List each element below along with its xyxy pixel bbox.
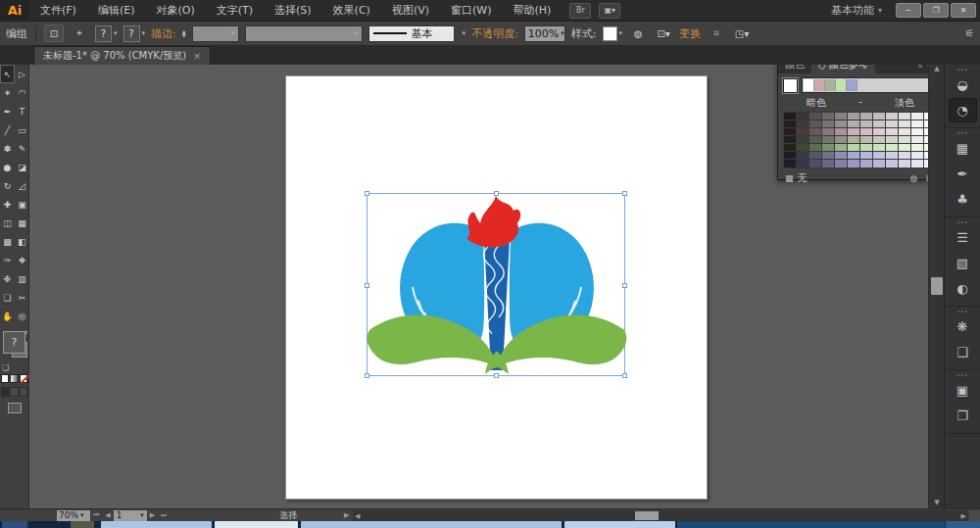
- harmony-swatch-2[interactable]: [825, 79, 836, 91]
- variation-swatch-4-7[interactable]: [873, 144, 886, 152]
- artboard-tool[interactable]: ❏: [0, 288, 15, 307]
- opacity-link[interactable]: 不透明度:: [471, 26, 518, 41]
- last-artboard-icon[interactable]: ⏭: [158, 511, 170, 519]
- recolor-artwork-icon[interactable]: ◍: [628, 24, 648, 42]
- horizontal-scroll-thumb[interactable]: [635, 511, 659, 520]
- fill-stroke-indicator[interactable]: ⇄ ? ❏: [0, 329, 28, 372]
- limit-color-group-icon[interactable]: ▦: [785, 173, 794, 183]
- variation-swatch-4-3[interactable]: [822, 144, 835, 152]
- selection-tool[interactable]: ↖: [0, 65, 15, 83]
- workspace-switcher[interactable]: 基本功能 ▾: [831, 3, 882, 18]
- bridge-icon[interactable]: Br: [569, 3, 591, 19]
- next-artboard-icon[interactable]: ▶: [147, 511, 158, 519]
- align-dropdown-icon[interactable]: ⊡▾: [654, 24, 673, 42]
- selection-handle-ne[interactable]: [622, 191, 627, 196]
- menu-item-1[interactable]: 编辑(E): [87, 0, 146, 22]
- menu-item-3[interactable]: 文字(T): [206, 0, 264, 22]
- variation-swatch-6-6[interactable]: [860, 160, 873, 168]
- artboard[interactable]: [285, 75, 708, 500]
- taskbar-item-6[interactable]: [677, 521, 945, 528]
- selection-handle-s[interactable]: [494, 373, 499, 378]
- menu-item-0[interactable]: 文件(F): [29, 0, 87, 22]
- selection-handle-nw[interactable]: [365, 191, 369, 196]
- magic-wand-tool[interactable]: ✶: [0, 83, 15, 102]
- lasso-tool[interactable]: ◠: [15, 83, 29, 102]
- dock-grip[interactable]: [945, 219, 980, 224]
- close-button[interactable]: ✕: [951, 3, 976, 18]
- zoom-tool[interactable]: ◎: [15, 307, 29, 325]
- harmony-swatch-1[interactable]: [814, 79, 825, 91]
- taskbar-item-2[interactable]: [101, 521, 212, 528]
- eyedropper-tool[interactable]: ✑: [0, 251, 15, 269]
- line-segment-tool[interactable]: ╱: [0, 120, 15, 139]
- screen-mode-button[interactable]: [8, 403, 22, 413]
- transparency-panel-icon[interactable]: ◐: [949, 276, 977, 301]
- variation-swatch-5-5[interactable]: [848, 152, 860, 160]
- edit-colors-icon[interactable]: ◍: [910, 173, 918, 183]
- fill-indicator[interactable]: ?: [3, 331, 25, 354]
- taskbar-item-1[interactable]: [71, 521, 94, 528]
- variation-swatch-5-7[interactable]: [873, 152, 886, 160]
- document-tab[interactable]: 未标题-1* @ 70% (CMYK/预览) ×: [33, 46, 211, 65]
- variation-swatch-1-1[interactable]: [797, 120, 809, 128]
- scroll-down-icon[interactable]: ▼: [929, 499, 945, 508]
- variation-swatch-5-2[interactable]: [809, 152, 822, 160]
- variation-swatch-0-2[interactable]: [809, 113, 822, 120]
- dock-grip[interactable]: [945, 309, 980, 313]
- gradient-tool[interactable]: ◧: [15, 232, 29, 251]
- variation-swatch-4-5[interactable]: [848, 144, 860, 152]
- variation-swatch-4-10[interactable]: [911, 144, 924, 152]
- symbol-sprayer-tool[interactable]: ❉: [0, 269, 15, 288]
- scroll-up-icon[interactable]: ▲: [929, 65, 945, 74]
- status-flyout-icon[interactable]: ▶: [341, 511, 352, 519]
- selection-handle-n[interactable]: [494, 191, 499, 196]
- variation-swatch-2-3[interactable]: [822, 128, 835, 136]
- variation-swatch-6-1[interactable]: [797, 160, 809, 168]
- dock-grip[interactable]: [945, 372, 980, 377]
- selection-bounding-box[interactable]: [367, 193, 625, 376]
- minimize-button[interactable]: ─: [896, 3, 921, 18]
- menu-item-7[interactable]: 窗口(W): [440, 0, 502, 22]
- variable-width-profile-dropdown[interactable]: 基本: [368, 25, 455, 42]
- logo-artwork[interactable]: [368, 194, 624, 375]
- variation-swatch-3-4[interactable]: [835, 136, 848, 144]
- variation-swatch-4-4[interactable]: [835, 144, 848, 152]
- variation-swatch-2-4[interactable]: [835, 128, 848, 136]
- swatches-panel-icon[interactable]: ▦: [949, 136, 977, 161]
- variation-swatch-6-2[interactable]: [809, 160, 822, 168]
- variation-swatch-4-9[interactable]: [899, 144, 911, 152]
- canvas-pasteboard[interactable]: 颜色 ◇ 颜色参考 » ▾≡ ▾ 暗色: [29, 65, 928, 508]
- variation-swatch-1-5[interactable]: [848, 120, 860, 128]
- artboard-number-field[interactable]: 1▾: [114, 510, 147, 521]
- selection-handle-w[interactable]: [365, 283, 369, 288]
- menu-item-2[interactable]: 对象(O): [145, 0, 205, 22]
- gradient-panel-icon[interactable]: ▧: [949, 251, 977, 275]
- stroke-weight-stepper[interactable]: ▲▼: [182, 29, 186, 37]
- style-swatch-dropdown[interactable]: ▾: [603, 26, 623, 41]
- menu-item-5[interactable]: 效果(C): [322, 0, 381, 22]
- width-tool[interactable]: ✚: [0, 195, 15, 214]
- transform-reference-icon[interactable]: ⌖: [70, 24, 89, 42]
- slice-tool[interactable]: ✂: [15, 288, 29, 307]
- variation-swatch-3-8[interactable]: [886, 136, 899, 144]
- vertical-scroll-thumb[interactable]: [931, 277, 943, 295]
- dock-grip[interactable]: [945, 130, 980, 135]
- variation-swatch-5-3[interactable]: [822, 152, 835, 160]
- variation-swatch-4-2[interactable]: [809, 144, 822, 152]
- color-guide-panel-icon[interactable]: ◔: [949, 98, 977, 122]
- variation-swatch-2-6[interactable]: [860, 128, 873, 136]
- tab-color-guide[interactable]: ◇ 颜色参考: [811, 65, 875, 73]
- variation-swatch-6-8[interactable]: [886, 160, 899, 168]
- isolate-icon[interactable]: ⌗: [707, 24, 726, 42]
- variation-swatch-5-4[interactable]: [835, 152, 848, 160]
- arrange-documents-icon[interactable]: ▣▾: [599, 3, 620, 19]
- variation-swatch-2-10[interactable]: [911, 128, 924, 136]
- variation-swatch-3-9[interactable]: [899, 136, 911, 144]
- variation-swatch-2-2[interactable]: [809, 128, 822, 136]
- gradient-mode-button[interactable]: [10, 374, 18, 383]
- taskbar-item-4[interactable]: [301, 521, 562, 528]
- variation-swatch-5-9[interactable]: [899, 152, 911, 160]
- draw-normal-button[interactable]: [1, 387, 9, 397]
- paintbrush-tool[interactable]: ✽: [0, 139, 15, 158]
- taskbar-item-7[interactable]: [946, 521, 980, 528]
